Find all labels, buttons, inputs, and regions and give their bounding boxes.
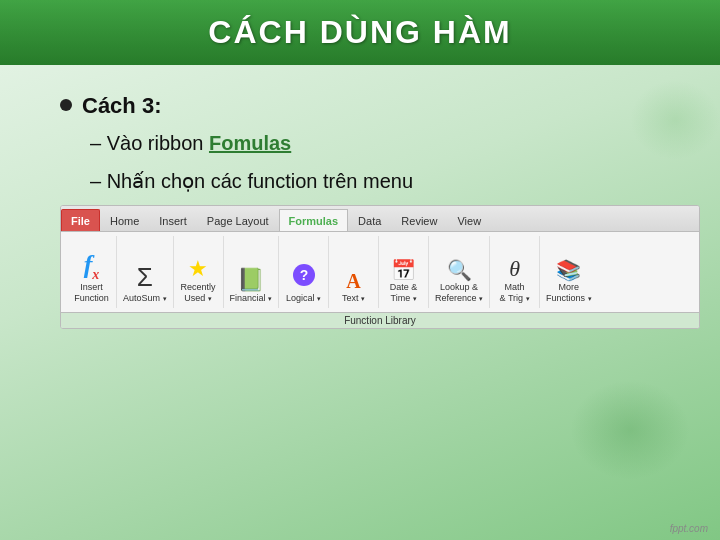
math-trig-label: Math& Trig ▾ xyxy=(500,282,530,304)
decorative-blob-1 xyxy=(570,380,690,480)
group-more-functions: 📚 MoreFunctions ▾ xyxy=(540,236,598,308)
watermark: fppt.com xyxy=(670,523,708,534)
ribbon-tab-bar: File Home Insert Page Layout Formulas Da… xyxy=(61,206,699,232)
theta-icon: θ xyxy=(509,256,520,282)
group-lookup-reference: 🔍 Lookup &Reference ▾ xyxy=(429,236,490,308)
icons-row-financial: 📗 Financial ▾ xyxy=(230,238,273,306)
bullet-point: Cách 3: xyxy=(60,93,670,119)
icons-row-logical: ? Logical ▾ xyxy=(286,238,321,306)
sub-item-2: – Nhấn chọn các function trên menu xyxy=(90,167,670,195)
tab-home[interactable]: Home xyxy=(100,209,149,231)
icons-row-lookup: 🔍 Lookup &Reference ▾ xyxy=(435,238,483,306)
date-time-label: Date &Time ▾ xyxy=(390,282,418,304)
group-logical: ? Logical ▾ xyxy=(279,236,329,308)
bullet-label: Cách 3: xyxy=(82,93,161,119)
svg-text:?: ? xyxy=(299,267,308,283)
text-label: Text ▾ xyxy=(342,293,365,304)
tab-view[interactable]: View xyxy=(447,209,491,231)
star-icon: ★ xyxy=(188,256,208,282)
group-recently-used: ★ RecentlyUsed ▾ xyxy=(174,236,224,308)
lookup-reference-label: Lookup &Reference ▾ xyxy=(435,282,483,304)
financial-label: Financial ▾ xyxy=(230,293,273,304)
sigma-icon: Σ xyxy=(137,262,153,293)
group-text: A Text ▾ xyxy=(329,236,379,308)
tab-file[interactable]: File xyxy=(61,209,100,231)
text-a-icon: A xyxy=(346,270,360,293)
tab-formulas[interactable]: Formulas xyxy=(279,209,349,231)
financial-icon: 📗 xyxy=(237,267,264,293)
icons-row-recently-used: ★ RecentlyUsed ▾ xyxy=(181,238,216,306)
math-trig-button[interactable]: θ Math& Trig ▾ xyxy=(500,256,530,304)
icons-row-date-time: 📅 Date &Time ▾ xyxy=(390,238,418,306)
more-functions-button[interactable]: 📚 MoreFunctions ▾ xyxy=(546,258,592,304)
sub1-bold: Fomulas xyxy=(209,132,291,154)
insert-function-button[interactable]: fx InsertFunction xyxy=(74,252,109,304)
group-financial: 📗 Financial ▾ xyxy=(224,236,280,308)
icons-row-text: A Text ▾ xyxy=(342,238,365,306)
tab-page-layout[interactable]: Page Layout xyxy=(197,209,279,231)
more-functions-label: MoreFunctions ▾ xyxy=(546,282,592,304)
date-time-button[interactable]: 📅 Date &Time ▾ xyxy=(390,258,418,304)
autosum-button[interactable]: Σ AutoSum ▾ xyxy=(123,262,167,304)
fx-icon: fx xyxy=(84,252,100,282)
recently-used-button[interactable]: ★ RecentlyUsed ▾ xyxy=(181,256,216,304)
logical-label: Logical ▾ xyxy=(286,293,321,304)
tab-data[interactable]: Data xyxy=(348,209,391,231)
more-functions-icon: 📚 xyxy=(556,258,581,282)
slide: CÁCH DÙNG HÀM Cách 3: – Vào ribbon Fomul… xyxy=(0,0,720,540)
tab-insert[interactable]: Insert xyxy=(149,209,197,231)
autosum-label: AutoSum ▾ xyxy=(123,293,167,304)
lookup-icon: 🔍 xyxy=(447,258,472,282)
bullet-dot xyxy=(60,99,72,111)
group-date-time: 📅 Date &Time ▾ xyxy=(379,236,429,308)
function-library-label: Function Library xyxy=(344,315,416,326)
group-autosum: Σ AutoSum ▾ xyxy=(117,236,174,308)
content-area: Cách 3: – Vào ribbon Fomulas – Nhấn chọn… xyxy=(0,65,720,349)
tab-review[interactable]: Review xyxy=(391,209,447,231)
ribbon-wrapper: File Home Insert Page Layout Formulas Da… xyxy=(60,205,700,329)
sub1-prefix: – Vào ribbon xyxy=(90,132,209,154)
text-button[interactable]: A Text ▾ xyxy=(342,270,365,304)
logical-button[interactable]: ? Logical ▾ xyxy=(286,263,321,304)
lookup-reference-button[interactable]: 🔍 Lookup &Reference ▾ xyxy=(435,258,483,304)
group-insert-function: fx InsertFunction xyxy=(67,236,117,308)
logical-icon: ? xyxy=(292,263,316,293)
page-title: CÁCH DÙNG HÀM xyxy=(208,14,511,50)
group-math-trig: θ Math& Trig ▾ xyxy=(490,236,540,308)
function-library-bar: Function Library xyxy=(61,312,699,328)
icons-row-math-trig: θ Math& Trig ▾ xyxy=(500,238,530,306)
sub2-text: – Nhấn chọn các function trên menu xyxy=(90,170,413,192)
recently-used-label: RecentlyUsed ▾ xyxy=(181,282,216,304)
financial-button[interactable]: 📗 Financial ▾ xyxy=(230,267,273,304)
ribbon-content: fx InsertFunction Σ AutoSum ▾ xyxy=(61,232,699,312)
sub-item-1: – Vào ribbon Fomulas xyxy=(90,129,670,157)
icons-row-more: 📚 MoreFunctions ▾ xyxy=(546,238,592,306)
date-time-icon: 📅 xyxy=(391,258,416,282)
header-bar: CÁCH DÙNG HÀM xyxy=(0,0,720,65)
icons-row-insert: fx InsertFunction xyxy=(74,238,109,306)
insert-function-label: InsertFunction xyxy=(74,282,109,304)
sub-items: – Vào ribbon Fomulas – Nhấn chọn các fun… xyxy=(90,129,670,195)
icons-row-autosum: Σ AutoSum ▾ xyxy=(123,238,167,306)
